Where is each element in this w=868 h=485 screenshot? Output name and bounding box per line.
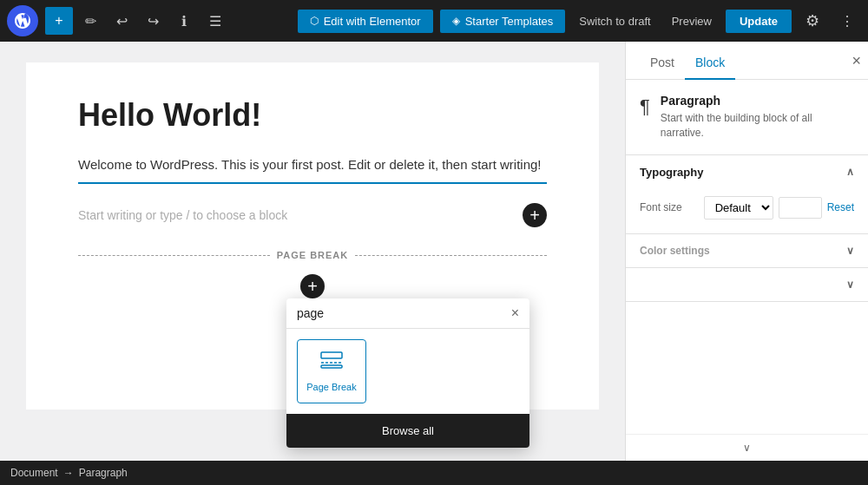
block-name: Paragraph [661,94,854,108]
page-break-line-right [355,255,547,256]
pencil-icon: ✏ [85,13,96,29]
starter-label: Starter Templates [465,15,554,28]
block-results: Page Break [286,329,529,414]
breadcrumb-arrow: → [63,467,74,479]
toolbar: + ✏ ↩ ↪ ℹ ☰ ⬡ Edit with Elementor ◈ Star… [0,0,868,42]
typography-label: Typography [640,166,703,179]
block-placeholder[interactable]: Start writing or type / to choose a bloc… [78,194,547,236]
page-break-area: + [78,274,547,298]
gear-icon: ⚙ [806,11,819,30]
plus-icon-break: + [307,277,318,297]
info-icon: ℹ [181,13,187,29]
browse-all-btn[interactable]: Browse all [286,414,529,448]
elementor-label: Edit with Elementor [324,15,421,28]
list-btn[interactable]: ☰ [201,7,229,35]
preview-label: Preview [672,15,712,28]
update-label: Update [740,15,778,28]
post-title[interactable]: Hello World! [78,97,547,134]
clear-icon: × [511,305,519,321]
browse-all-label: Browse all [382,424,434,437]
typography-section-body: Font size Default Reset [626,189,868,233]
add-block-after-break-btn[interactable]: + [300,274,325,298]
block-search-clear-btn[interactable]: × [511,305,519,321]
page-break-label: PAGE BREAK [277,250,349,260]
switch-draft-btn[interactable]: Switch to draft [572,11,657,31]
page-break-bar: PAGE BREAK [78,250,547,260]
elementor-btn[interactable]: ⬡ Edit with Elementor [298,10,433,33]
block-info-text: Paragraph Start with the building block … [661,94,854,141]
color-settings-section: Color settings ∨ [626,234,868,268]
scroll-down-icon: ∨ [743,442,751,454]
close-icon: × [852,51,861,69]
paragraph-icon: ¶ [640,95,650,118]
color-settings-label: Color settings [640,245,710,257]
font-size-row: Font size Default Reset [640,196,854,220]
extra-section: ∨ [626,268,868,302]
add-block-inline-btn[interactable]: + [523,203,547,227]
preview-btn[interactable]: Preview [665,11,719,31]
font-size-label: Font size [640,201,697,213]
info-btn[interactable]: ℹ [170,7,198,35]
status-bar: Document → Paragraph [0,461,868,485]
sidebar-close-btn[interactable]: × [852,51,861,69]
toolbar-right: ⬡ Edit with Elementor ◈ Starter Template… [298,7,861,35]
undo-btn[interactable]: ↩ [108,7,135,35]
page-break-icon [319,351,344,375]
redo-btn[interactable]: ↪ [139,7,167,35]
starter-icon: ◈ [452,15,460,27]
reset-btn[interactable]: Reset [827,201,854,213]
extra-section-header[interactable]: ∨ [626,268,868,301]
block-search-input-wrap: × [286,298,529,329]
extra-chevron-icon: ∨ [846,279,854,291]
svg-rect-2 [321,365,342,368]
more-btn[interactable]: ⋮ [833,7,861,35]
placeholder-text: Start writing or type / to choose a bloc… [78,208,287,222]
block-search-popup: × Page Break Browse all [286,298,529,448]
post-body[interactable]: Welcome to WordPress. This is your first… [78,154,547,184]
main-layout: Hello World! Welcome to WordPress. This … [0,42,868,461]
tab-post-label: Post [650,56,674,69]
page-break-block-item[interactable]: Page Break [297,339,366,403]
typography-section-header[interactable]: Typography ∧ [626,155,868,189]
tab-post[interactable]: Post [640,47,685,80]
add-block-toolbar-btn[interactable]: + [45,7,73,35]
document-breadcrumb[interactable]: Document [10,467,58,479]
pencil-btn[interactable]: ✏ [76,7,104,35]
font-size-select[interactable]: Default [704,196,773,220]
font-size-controls: Default Reset [704,196,854,220]
switch-draft-label: Switch to draft [579,15,650,28]
color-chevron-icon: ∨ [846,245,854,257]
undo-icon: ↩ [116,13,128,29]
block-info: ¶ Paragraph Start with the building bloc… [626,80,868,155]
update-btn[interactable]: Update [726,10,792,33]
svg-rect-0 [321,352,342,358]
settings-btn[interactable]: ⚙ [799,7,826,35]
starter-templates-btn[interactable]: ◈ Starter Templates [440,10,566,33]
list-icon: ☰ [209,13,221,29]
block-search-input[interactable] [297,306,504,320]
current-block-breadcrumb[interactable]: Paragraph [79,467,128,479]
tab-block[interactable]: Block [685,47,735,80]
reset-label: Reset [827,201,854,213]
page-break-item-label: Page Break [306,382,356,392]
typography-section: Typography ∧ Font size Default Reset [626,155,868,234]
sidebar-tabs: Post Block × [626,42,868,80]
elementor-icon: ⬡ [310,15,319,27]
redo-icon: ↪ [148,13,159,29]
editor-area: Hello World! Welcome to WordPress. This … [0,42,625,461]
sidebar: Post Block × ¶ Paragraph Start with the … [625,42,868,461]
color-settings-header[interactable]: Color settings ∨ [626,234,868,267]
plus-icon: + [55,13,62,29]
sidebar-scroll-down[interactable]: ∨ [626,434,868,461]
custom-size-input[interactable] [779,197,822,219]
tab-block-label: Block [695,56,725,69]
ellipsis-icon: ⋮ [840,13,854,29]
wp-logo[interactable] [7,5,38,36]
block-description: Start with the building block of all nar… [661,111,854,141]
plus-icon-inline: + [529,206,540,224]
typography-chevron-icon: ∧ [846,166,854,178]
page-break-line-left [78,255,270,256]
